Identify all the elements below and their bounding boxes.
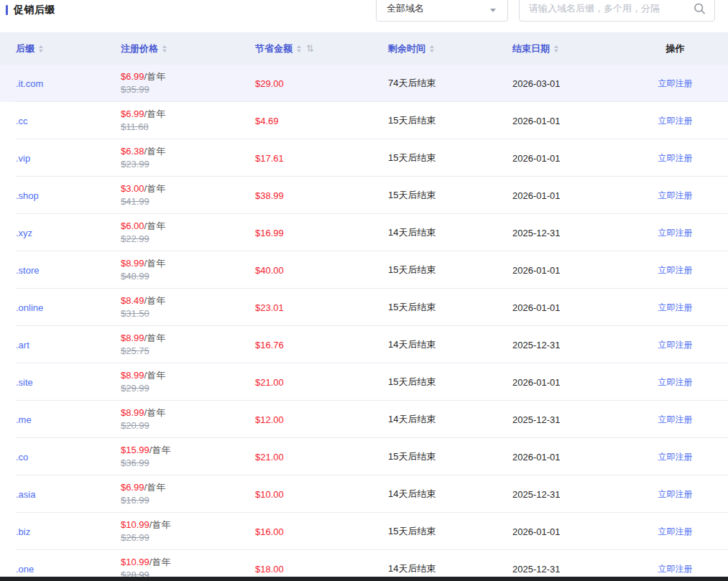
saving-amount: $12.00 [255,414,284,425]
table-row: .asia $6.99/首年 $16.99 $10.00 14天后结束 2025… [0,475,728,513]
promo-price: $6.99 [121,482,144,493]
price-unit: /首年 [144,146,166,157]
suffix-link[interactable]: .shop [16,190,39,201]
sort-carets-icon[interactable] [39,45,43,52]
price-unit: /首年 [144,333,166,343]
table-row: .vip $6.38/首年 $23.99 $17.61 15天后结束 2026-… [0,139,728,177]
register-now-link[interactable]: 立即注册 [658,526,693,536]
price-unit: /首年 [144,183,166,194]
column-header[interactable]: 节省金额 ⇅ [239,42,372,55]
suffix-link[interactable]: .vip [16,153,30,164]
suffix-link[interactable]: .art [16,340,29,350]
search-icon[interactable] [694,2,706,14]
promo-suffix-page: 促销后缀 全部域名 后缀 注册价格 节省金额 [0,0,728,581]
remaining-time: 14天后结束 [388,488,436,499]
search-input[interactable] [520,0,714,21]
promo-price: $6.99 [121,71,144,82]
page-title-wrap: 促销后缀 [6,4,55,17]
price-cell: $6.38/首年 $23.99 [105,145,239,171]
register-now-link[interactable]: 立即注册 [658,153,693,163]
sort-order-toggle-icon[interactable]: ⇅ [306,43,314,54]
column-header[interactable]: 后缀 [0,42,105,55]
price-unit: /首年 [149,519,171,530]
suffix-link[interactable]: .store [16,265,40,276]
register-now-link[interactable]: 立即注册 [658,489,693,499]
sort-carets-icon[interactable] [554,45,558,52]
topbar: 促销后缀 全部域名 [0,0,728,32]
promo-price: $15.99 [121,445,149,455]
end-date: 2026-01-01 [512,302,561,313]
register-now-link[interactable]: 立即注册 [658,190,693,200]
price-cell: $6.99/首年 $11.68 [105,108,239,134]
register-now-link[interactable]: 立即注册 [658,377,693,387]
suffix-link[interactable]: .asia [16,489,35,500]
original-price: $36.99 [121,457,149,468]
column-header[interactable]: 操作 [622,42,728,55]
domain-filter-select[interactable]: 全部域名 [376,0,508,22]
column-header-label: 后缀 [16,42,34,55]
register-now-link[interactable]: 立即注册 [658,564,693,574]
sort-carets-icon[interactable] [297,45,301,52]
suffix-link[interactable]: .online [16,302,43,313]
suffix-link[interactable]: .biz [16,526,30,537]
suffix-link[interactable]: .xyz [16,228,32,238]
chevron-down-icon [490,9,496,12]
column-header[interactable]: 注册价格 [105,42,239,55]
register-now-link[interactable]: 立即注册 [658,78,693,88]
saving-amount: $16.76 [255,340,284,350]
end-date: 2025-12-31 [512,489,561,500]
sort-carets-icon[interactable] [162,45,167,52]
table-header-row: 后缀 注册价格 节省金额 ⇅ 剩余时间 结束日期 操作 [0,32,728,65]
table-row: .cc $6.99/首年 $11.68 $4.69 15天后结束 2026-01… [0,102,728,139]
table-row: .online $8.49/首年 $31.50 $23.01 15天后结束 20… [0,289,728,326]
register-now-link[interactable]: 立即注册 [658,265,693,275]
promo-price: $6.00 [121,220,144,231]
sort-carets-icon[interactable] [430,45,434,52]
price-cell: $10.99/首年 $26.99 [105,519,239,544]
end-date: 2026-01-01 [512,377,561,388]
table-row: .shop $3.00/首年 $41.99 $38.99 15天后结束 2026… [0,177,728,214]
saving-amount: $17.61 [255,153,284,164]
price-unit: /首年 [144,370,166,381]
price-unit: /首年 [144,258,166,269]
register-now-link[interactable]: 立即注册 [658,414,693,424]
register-now-link[interactable]: 立即注册 [658,116,693,126]
promo-price: $8.99 [121,258,144,269]
end-date: 2026-01-01 [512,190,561,201]
register-now-link[interactable]: 立即注册 [658,452,693,462]
suffix-link[interactable]: .one [16,564,34,575]
column-header[interactable]: 结束日期 [497,42,622,55]
saving-amount: $4.69 [255,116,279,126]
end-date: 2026-01-01 [512,452,561,463]
saving-amount: $23.01 [255,302,284,313]
price-cell: $6.99/首年 $35.99 [105,70,239,96]
promo-price: $8.99 [121,370,144,381]
remaining-time: 15天后结束 [388,190,436,200]
price-cell: $8.49/首年 $31.50 [105,294,239,320]
table-row: .biz $10.99/首年 $26.99 $16.00 15天后结束 2026… [0,513,728,550]
register-now-link[interactable]: 立即注册 [658,340,693,350]
column-header[interactable]: 剩余时间 [372,42,497,55]
column-header-label: 节省金额 [255,42,292,55]
suffix-link[interactable]: .site [16,377,33,388]
end-date: 2026-03-01 [512,78,561,89]
end-date: 2026-01-01 [512,526,561,537]
column-header-label: 剩余时间 [388,42,425,55]
remaining-time: 74天后结束 [388,78,436,88]
saving-amount: $29.00 [255,78,284,89]
remaining-time: 15天后结束 [388,264,436,275]
suffix-link[interactable]: .me [16,414,32,425]
column-header-label: 操作 [666,42,685,55]
suffix-link[interactable]: .co [16,452,28,463]
price-unit: /首年 [144,407,166,418]
saving-amount: $38.99 [255,190,284,201]
price-cell: $8.99/首年 $25.75 [105,332,239,358]
register-now-link[interactable]: 立即注册 [658,302,693,312]
register-now-link[interactable]: 立即注册 [658,228,693,238]
column-header-label: 结束日期 [512,42,550,55]
suffix-link[interactable]: .cc [16,116,28,126]
page-title: 促销后缀 [14,4,55,17]
suffix-link[interactable]: .it.com [16,78,43,89]
original-price: $35.99 [121,84,149,95]
promo-price: $6.99 [121,108,144,119]
